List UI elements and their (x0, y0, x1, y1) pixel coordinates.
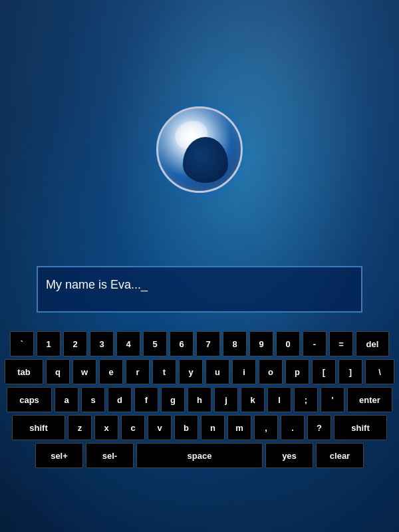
key-caps[interactable]: caps (7, 387, 52, 412)
key-0[interactable]: 0 (276, 331, 300, 356)
key-w[interactable]: w (72, 359, 96, 384)
key-backslash[interactable]: \ (365, 359, 394, 384)
keyboard: `1234567890-=deltabqwertyuiop[]\capsasdf… (13, 331, 386, 468)
key-m[interactable]: m (227, 415, 251, 440)
key-shift-left[interactable]: shift (12, 415, 65, 440)
key-9[interactable]: 9 (249, 331, 273, 356)
key-e[interactable]: e (99, 359, 123, 384)
key-del[interactable]: del (356, 331, 389, 356)
key-sel-minus[interactable]: sel- (86, 443, 134, 468)
key-8[interactable]: 8 (223, 331, 247, 356)
key-v[interactable]: v (148, 415, 172, 440)
key-q[interactable]: q (46, 359, 70, 384)
key-t[interactable]: t (152, 359, 176, 384)
key-equals[interactable]: = (329, 331, 353, 356)
key-shift-right[interactable]: shift (334, 415, 387, 440)
main-container: My name is Eva..._ `1234567890-=deltabqw… (0, 0, 399, 532)
key-1[interactable]: 1 (37, 331, 61, 356)
row-bottom: sel+sel-spaceyesclear (13, 443, 386, 468)
key-c[interactable]: c (121, 415, 145, 440)
key-4[interactable]: 4 (116, 331, 140, 356)
key-z[interactable]: z (68, 415, 92, 440)
key-bracket-open[interactable]: [ (312, 359, 336, 384)
key-semicolon[interactable]: ; (294, 387, 318, 412)
key-comma[interactable]: , (254, 415, 278, 440)
key-k[interactable]: k (241, 387, 265, 412)
key-a[interactable]: a (55, 387, 78, 412)
key-x[interactable]: x (94, 415, 118, 440)
key-backtick[interactable]: ` (10, 331, 34, 356)
key-j[interactable]: j (214, 387, 238, 412)
key-apostrophe[interactable]: ' (321, 387, 344, 412)
key-h[interactable]: h (188, 387, 211, 412)
key-l[interactable]: l (267, 387, 291, 412)
key-space[interactable]: space (136, 443, 263, 468)
key-y[interactable]: y (179, 359, 203, 384)
key-enter[interactable]: enter (347, 387, 392, 412)
key-u[interactable]: u (205, 359, 229, 384)
key-r[interactable]: r (126, 359, 150, 384)
row-asdf: capsasdfghjkl;'enter (13, 387, 386, 412)
key-period[interactable]: . (281, 415, 305, 440)
key-bracket-close[interactable]: ] (338, 359, 362, 384)
text-input-area[interactable]: My name is Eva..._ (37, 266, 362, 313)
key-question[interactable]: ? (307, 415, 331, 440)
key-3[interactable]: 3 (90, 331, 114, 356)
key-n[interactable]: n (201, 415, 225, 440)
key-p[interactable]: p (285, 359, 309, 384)
row-zxcv: shiftzxcvbnm,.?shift (13, 415, 386, 440)
logo-orb (156, 106, 243, 193)
logo-wrap (156, 106, 243, 193)
row-numbers: `1234567890-=del (13, 331, 386, 356)
row-qwerty: tabqwertyuiop[]\ (13, 359, 386, 384)
key-o[interactable]: o (259, 359, 283, 384)
key-s[interactable]: s (81, 387, 105, 412)
key-i[interactable]: i (232, 359, 256, 384)
key-f[interactable]: f (134, 387, 158, 412)
key-yes[interactable]: yes (265, 443, 313, 468)
text-display[interactable]: My name is Eva..._ (37, 266, 362, 313)
key-tab[interactable]: tab (5, 359, 43, 384)
key-b[interactable]: b (174, 415, 198, 440)
key-d[interactable]: d (108, 387, 132, 412)
key-clear[interactable]: clear (316, 443, 364, 468)
key-minus[interactable]: - (303, 331, 327, 356)
key-sel-plus[interactable]: sel+ (35, 443, 83, 468)
key-5[interactable]: 5 (143, 331, 167, 356)
key-7[interactable]: 7 (196, 331, 220, 356)
key-g[interactable]: g (161, 387, 185, 412)
key-2[interactable]: 2 (63, 331, 87, 356)
key-6[interactable]: 6 (170, 331, 194, 356)
